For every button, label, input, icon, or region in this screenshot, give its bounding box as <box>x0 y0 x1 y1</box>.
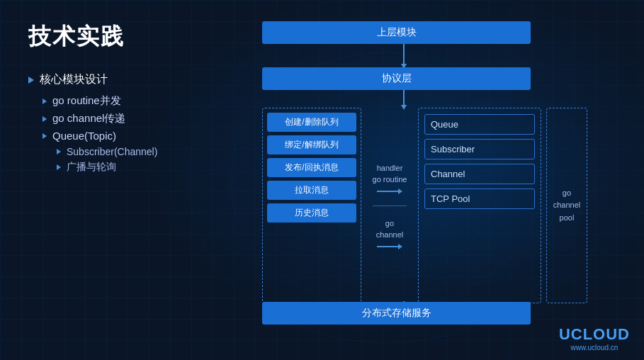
menu-label-subscriber: Subscriber(Channel) <box>67 146 157 157</box>
handler-label: handler <box>373 162 407 174</box>
menu-label-queue: Queue(Topic) <box>52 130 116 142</box>
menu-label-broadcast: 广播与轮询 <box>67 161 116 174</box>
arrow-icon-broadcast <box>57 164 61 170</box>
menu-item-broadcast: 广播与轮询 <box>28 161 220 174</box>
mid-bar-label: 协议层 <box>382 72 412 84</box>
btn-publish-ack: 发布/回执消息 <box>267 158 356 177</box>
menu-label-channel: go channel传递 <box>52 112 125 125</box>
menu-item-channel: go channel传递 <box>28 112 220 125</box>
handler-label-area: handler go routine <box>373 162 407 194</box>
middle-connector-area: handler go routine go channel <box>361 108 418 303</box>
ucloud-name: UCLOUD <box>559 325 630 344</box>
pool-label: gochannelpool <box>553 187 581 225</box>
left-module-box: 创建/删除队列 绑定/解绑队列 发布/回执消息 拉取消息 历史消息 业务逻辑 <box>262 108 361 303</box>
mid-bar: 协议层 <box>262 67 531 90</box>
connector-top-mid <box>241 44 630 69</box>
menu-label-core: 核心模块设计 <box>40 72 108 87</box>
page-title: 技术实践 <box>28 21 220 52</box>
connector-mid-area <box>241 90 630 110</box>
right-panel: 上层模块 协议层 创建/删除队列 <box>234 0 644 360</box>
bottom-bar-label: 分布式存储服务 <box>362 307 431 318</box>
go-channel-label-area: go channel <box>376 218 404 249</box>
ucloud-logo: UCLOUD www.ucloud.cn <box>559 325 630 351</box>
btn-pull-msg: 拉取消息 <box>267 181 356 200</box>
arrow-icon-subscriber <box>57 149 61 154</box>
menu-item-subscriber: Subscriber(Channel) <box>28 146 220 157</box>
menu-list: 核心模块设计 go routine并发 go channel传递 Queue(T… <box>28 72 220 174</box>
right-module-area: Queue Subscriber Channel TCP Pool MQ模块 <box>418 108 587 303</box>
mq-item-tcp-pool: TCP Pool <box>424 189 535 209</box>
btn-create-delete: 创建/删除队列 <box>267 113 356 132</box>
arrow-icon-queue <box>43 133 47 139</box>
ucloud-url: www.ucloud.cn <box>559 344 630 351</box>
mq-module-box: Queue Subscriber Channel TCP Pool MQ模块 <box>418 108 541 303</box>
top-bar: 上层模块 <box>262 21 531 44</box>
diagram-area: 创建/删除队列 绑定/解绑队列 发布/回执消息 拉取消息 历史消息 业务逻辑 <box>262 108 587 303</box>
mq-item-channel: Channel <box>424 164 535 184</box>
menu-item-goroutine: go routine并发 <box>28 94 220 108</box>
menu-item-queue: Queue(Topic) <box>28 130 220 142</box>
menu-item-core: 核心模块设计 <box>28 72 220 87</box>
left-panel: 技术实践 核心模块设计 go routine并发 go channel传递 Qu… <box>0 0 234 360</box>
go-channel-label: channel <box>376 229 404 241</box>
arrow-icon-core <box>28 77 34 84</box>
main-content: 技术实践 核心模块设计 go routine并发 go channel传递 Qu… <box>0 0 644 360</box>
arrow-icon-channel <box>43 116 47 122</box>
pool-box: gochannelpool <box>546 108 587 303</box>
menu-label-goroutine: go routine并发 <box>52 94 121 108</box>
mq-item-queue: Queue <box>424 114 535 135</box>
diagram: 上层模块 协议层 创建/删除队列 <box>241 14 630 346</box>
btn-bind-unbind: 绑定/解绑队列 <box>267 135 356 154</box>
bottom-bar: 分布式存储服务 <box>262 302 531 325</box>
btn-history-msg: 历史消息 <box>267 203 356 223</box>
mq-item-subscriber: Subscriber <box>424 139 535 159</box>
arrow-icon-goroutine <box>43 99 47 104</box>
top-bar-label: 上层模块 <box>377 26 417 38</box>
go-routine-label: go routine <box>373 174 407 186</box>
